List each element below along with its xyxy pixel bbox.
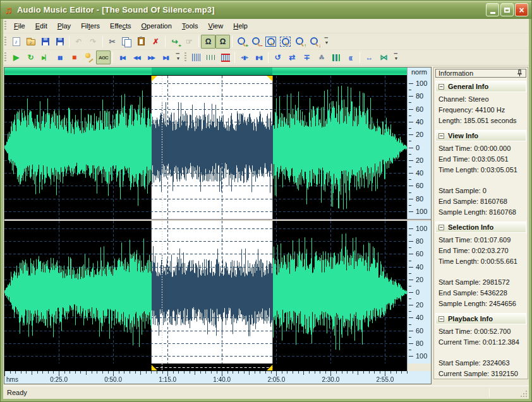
menu-edit[interactable]: Edit [30,20,52,32]
toolbar-overflow-button[interactable]: ▔▼ [392,55,400,60]
paste-to-new-button[interactable]: ↪+ [167,35,182,49]
menubar-grip[interactable] [4,21,6,31]
menu-operation[interactable]: Operation [136,20,177,32]
selection-marker-strip[interactable] [4,364,407,371]
menu-help[interactable]: Help [228,20,253,32]
record-button[interactable] [82,50,96,64]
play-all-button[interactable]: ▶▏ [38,50,52,64]
waveform-right-channel[interactable] [4,221,407,364]
zoom-selection-button[interactable] [278,35,293,49]
toolbar-grip[interactable] [184,52,186,62]
section-header-playback-info: −Playback Info [435,313,526,324]
new-audio-button[interactable]: ♪ [9,35,23,49]
stretch-button[interactable]: ↔ [362,50,377,64]
maximize-button[interactable] [500,3,514,16]
cut-button[interactable]: ✂ [105,35,119,49]
go-end-button[interactable]: ▶▮ [159,50,173,64]
selection-start-marker-icon: +▮+ [239,52,250,62]
rewind-button[interactable]: ◀◀ [130,50,144,64]
minimize-button[interactable] [486,3,499,16]
forward-button[interactable]: ▶▶ [144,50,159,64]
view-compress-icon [192,54,201,61]
toolbar-overflow-button[interactable]: ▔▼ [174,55,182,60]
collapse-icon[interactable]: − [438,316,444,322]
amplitude-scale-right: 10080604020020406080100 [407,221,431,364]
menu-file[interactable]: File [9,20,30,32]
amplify-button[interactable] [329,50,343,64]
view-compress-button[interactable] [189,50,203,64]
channel-left-toggle[interactable]: Ω [201,35,215,49]
noise-reduction-icon: ⁂ [316,52,327,62]
window-title: Audio Music Editor - [The Sound Of Silen… [17,5,485,15]
forward-icon: ▶▶ [146,52,157,62]
toolbar-overflow-button[interactable]: ▔▼ [323,39,330,44]
information-panel: Information −General InfoChannel: Stereo… [433,67,528,379]
time-ruler[interactable] [4,371,431,384]
go-start-button[interactable]: ▮◀ [115,50,130,64]
toolbar-grip[interactable] [4,52,6,62]
info-line: Length: 185.051 seconds [438,115,523,126]
agc-toggle[interactable]: AGC [96,50,111,64]
menu-effects[interactable]: Effects [105,20,136,32]
vertical-zoom-out-button[interactable]: ↓ [307,35,322,49]
copy-button[interactable] [119,35,134,49]
menu-tools[interactable]: Tools [177,20,203,32]
overview-selection[interactable] [152,68,273,75]
join-button[interactable]: ⋈ [377,50,391,64]
pin-icon[interactable] [516,69,523,77]
info-group: Channel: StereoFrequency: 44100 HzLength… [438,94,523,126]
waveform-left-channel[interactable] [4,76,407,219]
dc-offset-button[interactable]: ∓ [299,50,314,64]
paste-button[interactable] [134,35,148,49]
selection-start-marker-button[interactable]: +▮+ [237,50,251,64]
overview-bar[interactable] [4,68,407,76]
echo-button[interactable]: ((( [343,50,358,64]
undo-button[interactable]: ↶ [71,35,86,49]
collapse-icon[interactable]: − [438,84,444,90]
zoom-in-button[interactable]: + [234,35,249,49]
zoom-out-button[interactable]: − [249,35,263,49]
toolbar-grip[interactable] [4,37,6,47]
save-as-button[interactable]: ▫ [52,35,67,49]
panel-header: Information [435,69,526,78]
selection-end-marker-button[interactable]: ▮+▮ [251,50,266,64]
open-file-button[interactable]: ♪ [23,35,38,49]
scale-mode-label: norm [407,68,431,76]
resize-grip[interactable] [519,389,528,398]
swap-channels-button[interactable]: ⇄ [285,50,299,64]
info-line: Start Time: 0:00:52.700 [438,326,523,337]
zoom-window-icon [265,37,276,47]
info-group: Start Sample: 0End Sample: 8160768Sample… [438,186,523,218]
vertical-zoom-in-button[interactable]: ↑ [293,35,307,49]
menu-play[interactable]: Play [52,20,76,32]
play-button[interactable]: ▶ [9,50,23,64]
selection-end-marker-icon: ▮+▮ [253,52,264,62]
view-expand-button[interactable] [218,50,233,64]
go-start-icon: ▮◀ [117,52,128,62]
view-normal-button[interactable] [203,50,218,64]
collapse-icon[interactable]: − [438,225,444,230]
reverse-button[interactable]: ↺ [270,50,285,64]
delete-button[interactable]: ✗ [148,35,163,49]
close-button[interactable]: × [515,3,528,16]
redo-button[interactable]: ↷ [86,35,100,49]
channel-right-toggle[interactable]: Ω [215,35,230,49]
zoom-window-button[interactable] [263,35,278,49]
dc-offset-icon: ∓ [301,52,312,62]
toolbar-separator [232,36,233,47]
menu-filters[interactable]: Filters [76,20,105,32]
noise-reduction-button[interactable]: ⁂ [314,50,329,64]
save-button[interactable] [38,35,52,49]
play-loop-icon: ↻ [25,52,36,62]
pause-button[interactable]: ▮▮ [52,50,67,64]
stop-button[interactable]: ■ [67,50,82,64]
channel-left-icon: Ω [203,37,214,47]
info-line: Start Sample: 0 [438,186,523,196]
play-loop-button[interactable]: ↻ [23,50,38,64]
zoom-in-icon: + [236,37,247,47]
app-icon: ♫ [4,4,17,16]
collapse-icon[interactable]: − [438,133,444,139]
hand-tool-button[interactable]: ☞ [182,35,196,49]
menu-view[interactable]: View [203,20,229,32]
toolbar-main: ♪♪▫↶↷✂✗↪+☞ΩΩ+−↑↓▔▼ [3,33,529,50]
